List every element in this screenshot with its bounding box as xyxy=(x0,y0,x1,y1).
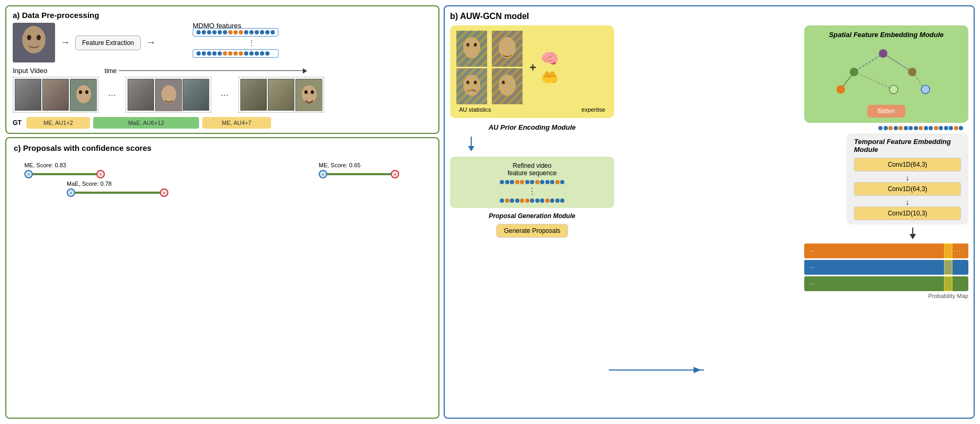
r-dot-19 xyxy=(525,199,529,203)
au-prior-module-label: AU Prior Encoding Module xyxy=(450,122,614,132)
refined-label-2: feature sequence xyxy=(508,169,557,177)
gt-bar-2: MaE, AU6+12 xyxy=(93,117,199,129)
gt-bar-1: ME, AU1+2 xyxy=(26,117,90,129)
refined-label: Refined video feature sequence xyxy=(455,162,609,177)
prob-bar-orange: ··· ··· xyxy=(804,243,968,258)
svg-point-8 xyxy=(85,91,88,94)
r-dot-25 xyxy=(555,199,560,203)
prob-bar-orange-dots: ··· xyxy=(805,248,819,254)
section-a: a) Data Pre-processing MDMO features xyxy=(5,5,439,134)
circle-left-083: × xyxy=(24,170,33,178)
dot-b10 xyxy=(260,30,264,34)
flatten-btn: flatten xyxy=(867,105,906,118)
r-dot-7 xyxy=(530,180,534,184)
dot-b19 xyxy=(249,51,254,56)
r-dot-14 xyxy=(500,199,504,203)
section-c: c) Proposals with confidence scores ME, … xyxy=(5,137,439,419)
feature-seq-main xyxy=(878,126,963,130)
refined-seq-2 xyxy=(500,199,564,203)
circle-left-065: × xyxy=(319,170,327,178)
svg-point-38 xyxy=(837,85,845,94)
section-b-right-col: Spatial Feature Embedding Module xyxy=(619,25,968,410)
ms-dot-5 xyxy=(898,126,903,130)
feature-extraction-label: Feature Extraction xyxy=(82,39,134,47)
section-b-left-col: + 🧠 🤲 AU statistics expertise AU Prior E… xyxy=(450,25,614,410)
gt-bar-3-label: ME, AU4+7 xyxy=(222,120,251,126)
prob-bar-green-dots: ··· xyxy=(805,281,819,287)
svg-point-14 xyxy=(311,91,314,94)
proposals-top-row: ME, Score: 0.83 × × xyxy=(24,162,420,178)
svg-rect-4 xyxy=(13,23,55,62)
svg-marker-44 xyxy=(694,367,701,373)
x-icon-065-l: × xyxy=(322,172,325,177)
x-icon-083-l: × xyxy=(28,172,30,177)
frame-3c xyxy=(295,79,322,111)
section-b-label: b) AUW-GCN model xyxy=(450,12,968,21)
proposal-me-065: ME, Score: 0.65 × × xyxy=(319,162,399,178)
dot-b4 xyxy=(212,30,217,34)
x-icon-078-l: × xyxy=(70,191,73,195)
prob-map-section: ··· ··· ··· xyxy=(619,243,968,299)
arrow-down-conv1: ↓ xyxy=(854,174,961,182)
dot-b13 xyxy=(196,51,201,56)
refined-label-1: Refined video xyxy=(513,162,551,169)
graph-svg xyxy=(812,43,955,101)
dot-b9 xyxy=(255,30,259,34)
ms-dot-17 xyxy=(959,126,963,130)
proposal-me-083-line: × × xyxy=(24,170,105,178)
dot-b21 xyxy=(260,51,264,56)
r-dot-4 xyxy=(515,180,519,184)
section-a-label: a) Data Pre-processing xyxy=(13,11,432,20)
r-dot-6 xyxy=(525,180,529,184)
main-container: a) Data Pre-processing MDMO features xyxy=(0,0,980,424)
line-083 xyxy=(33,173,96,175)
prob-map-label: Probability Map xyxy=(804,293,968,299)
hand-icon: 🤲 xyxy=(541,69,558,86)
r-dot-18 xyxy=(520,199,524,203)
flatten-btn-wrapper: flatten xyxy=(812,105,961,118)
refined-seq-1 xyxy=(500,180,564,184)
dot-b20 xyxy=(255,51,259,56)
prob-bars: ··· ··· ··· xyxy=(804,243,968,299)
au-face-1 xyxy=(456,31,487,67)
ms-dot-13 xyxy=(939,126,943,130)
arrow-down-1 xyxy=(450,137,614,152)
svg-point-40 xyxy=(921,85,930,94)
ms-dot-8 xyxy=(914,126,918,130)
frame-1a xyxy=(15,79,41,111)
refined-dots-vertical: ⋮ xyxy=(528,186,536,196)
r-dot-11 xyxy=(550,180,554,184)
generate-proposals-btn[interactable]: Generate Proposals xyxy=(496,224,569,238)
section-b-content: + 🧠 🤲 AU statistics expertise AU Prior E… xyxy=(450,25,968,410)
dot-b1 xyxy=(196,30,201,34)
feature-extraction-box: Feature Extraction xyxy=(75,35,141,50)
circle-left-078: × xyxy=(67,188,75,197)
dot-o7 xyxy=(239,51,243,56)
svg-point-39 xyxy=(889,85,898,94)
generate-proposals-row: Generate Proposals xyxy=(450,224,614,238)
dot-b7 xyxy=(244,30,248,34)
spatial-wrapper: Spatial Feature Embedding Module xyxy=(619,25,968,123)
frame-1c xyxy=(70,79,96,111)
dot-o6 xyxy=(233,51,238,56)
gt-bar-1-label: ME, AU1+2 xyxy=(43,120,73,126)
r-dot-20 xyxy=(530,199,534,203)
refined-video-box: Refined video feature sequence xyxy=(450,157,614,208)
svg-point-10 xyxy=(161,85,176,103)
temporal-title: Temporal Feature Embedding Module xyxy=(854,138,961,154)
ms-dot-15 xyxy=(949,126,953,130)
ms-dot-1 xyxy=(878,126,883,130)
r-dot-24 xyxy=(550,199,554,203)
r-dot-23 xyxy=(545,199,550,203)
section-b: b) AUW-GCN model xyxy=(444,5,975,419)
dot-o5 xyxy=(228,51,232,56)
ms-dot-9 xyxy=(919,126,923,130)
r-dot-2 xyxy=(505,180,509,184)
dot-b6 xyxy=(223,30,227,34)
r-dot-12 xyxy=(555,180,560,184)
r-dot-1 xyxy=(500,180,504,184)
gt-bar-2-label: MaE, AU6+12 xyxy=(128,120,164,126)
dot-o3 xyxy=(239,30,243,34)
proposal-me-065-line: × × xyxy=(319,170,399,178)
blue-arrow-generate xyxy=(609,365,715,375)
